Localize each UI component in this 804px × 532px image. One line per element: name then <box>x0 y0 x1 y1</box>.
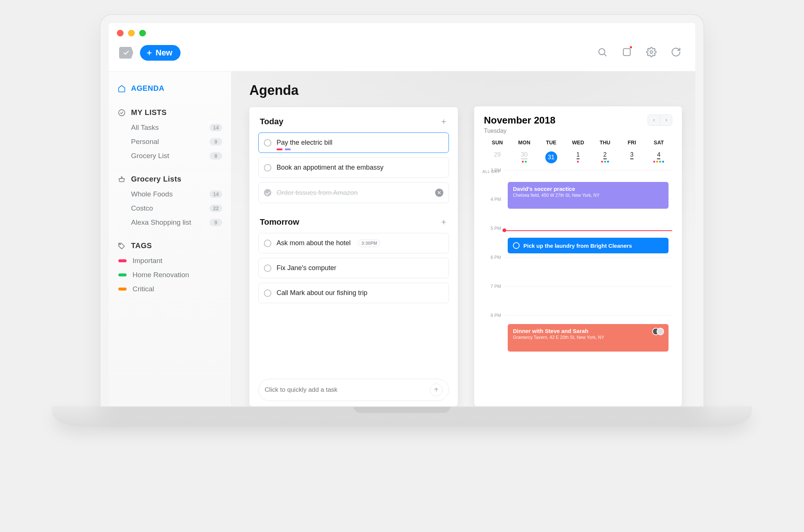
task-checkbox[interactable] <box>264 265 271 272</box>
event-task-ring-icon <box>513 242 520 249</box>
task-checkbox[interactable] <box>264 240 271 247</box>
calendar-day-3[interactable]: 1 <box>565 149 591 169</box>
sidebar-tag-item-2[interactable]: Critical <box>109 282 231 296</box>
group-today-header: Today <box>258 107 449 132</box>
refresh-icon <box>671 47 681 57</box>
sync-button[interactable] <box>667 43 685 62</box>
sidebar-section-grocery[interactable]: Grocery Lists <box>109 171 231 187</box>
quick-add-input[interactable] <box>265 386 426 394</box>
calendar-day-0[interactable]: 29 <box>484 149 511 169</box>
task-today-1[interactable]: Book an appotiment at the embassy <box>258 157 449 178</box>
calendar-month-label: November 2018 <box>484 115 555 126</box>
check-circle-icon <box>118 109 126 117</box>
calendar-prev-button[interactable] <box>648 115 660 125</box>
calendar-next-button[interactable] <box>660 115 672 125</box>
calendar-event-0[interactable]: David's soccer practiceChelsea field, 45… <box>508 182 669 209</box>
calendar-dow: TUE <box>538 140 565 149</box>
calendar-event-2[interactable]: Dinner with Steve and SarahGramercy Tave… <box>508 324 669 352</box>
task-text: Call Mark about our fishing trip <box>277 289 367 297</box>
window-titlebar <box>109 23 695 39</box>
sidebar-section-mylists[interactable]: MY LISTS <box>109 105 231 121</box>
sidebar-mylist-item-2[interactable]: Grocery List8 <box>109 149 231 163</box>
task-today-2[interactable]: Order tissues from Amazon✕ <box>258 182 449 203</box>
calendar-days-row: 2930311234 <box>484 149 672 169</box>
list-item-count: 8 <box>210 152 222 160</box>
laptop-base <box>52 406 752 427</box>
tag-swatch-icon <box>118 273 127 276</box>
task-remove-button[interactable]: ✕ <box>435 189 443 197</box>
svg-point-2 <box>650 51 653 54</box>
task-checkbox[interactable] <box>264 289 271 297</box>
avatar-icon <box>657 328 664 335</box>
add-task-today-button[interactable] <box>440 118 447 125</box>
close-window-icon[interactable] <box>117 30 124 36</box>
calendar-day-2[interactable]: 31 <box>538 149 565 169</box>
agenda-column: Agenda Today Pay the electric billBook a… <box>249 83 458 406</box>
sidebar-grocery-label: Grocery Lists <box>131 175 181 183</box>
sidebar-tag-item-0[interactable]: Important <box>109 254 231 268</box>
sidebar-agenda-label: AGENDA <box>131 84 165 93</box>
task-text: Pay the electric bill <box>277 139 332 147</box>
sidebar-mylists-label: MY LISTS <box>131 108 167 117</box>
calendar-day-6[interactable]: 4 <box>645 149 672 169</box>
sidebar-tags-label: TAGS <box>131 241 152 250</box>
task-text: Book an appotiment at the embassy <box>277 164 383 172</box>
chevron-left-icon <box>652 118 656 122</box>
calendar-day-4[interactable]: 2 <box>591 149 618 169</box>
search-button[interactable] <box>593 43 611 62</box>
inbox-button[interactable] <box>618 43 636 62</box>
task-checkbox[interactable] <box>264 139 271 147</box>
tag-icon <box>118 242 126 250</box>
task-tomorrow-0[interactable]: Ask mom about the hotel3:30PM <box>258 233 449 253</box>
sidebar-grocery-item-0[interactable]: Whole Foods14 <box>109 187 231 201</box>
plus-icon <box>146 49 153 56</box>
sidebar-item-agenda[interactable]: AGENDA <box>109 80 231 96</box>
new-button[interactable]: New <box>140 45 181 61</box>
calendar-day-1[interactable]: 30 <box>511 149 537 169</box>
svg-point-4 <box>119 244 121 245</box>
task-tomorrow-1[interactable]: Fix Jane's computer <box>258 258 449 278</box>
task-checkbox[interactable] <box>264 164 271 172</box>
quick-add-submit-button[interactable] <box>430 384 443 396</box>
add-task-tomorrow-button[interactable] <box>440 218 447 226</box>
sidebar-section-tags[interactable]: TAGS <box>109 238 231 254</box>
list-item-label: Whole Foods <box>131 190 173 198</box>
hour-label: 6 PM <box>484 255 505 260</box>
group-tomorrow-label: Tomorrow <box>260 217 299 227</box>
page-title: Agenda <box>249 83 458 98</box>
sidebar-grocery-item-1[interactable]: Costco22 <box>109 201 231 215</box>
current-time-line <box>505 230 672 231</box>
app-body: AGENDA MY LISTS All Tasks14Personal9Groc… <box>109 71 695 406</box>
task-tag-strip <box>277 148 291 150</box>
new-button-label: New <box>156 48 172 58</box>
sidebar-grocery-item-2[interactable]: Alexa Shopping list9 <box>109 215 231 230</box>
task-tomorrow-2[interactable]: Call Mark about our fishing trip <box>258 283 449 303</box>
event-title: David's soccer practice <box>513 186 663 192</box>
task-checkbox[interactable] <box>264 189 271 196</box>
group-tomorrow-header: Tomorrow <box>258 208 449 233</box>
minimize-window-icon[interactable] <box>128 30 135 36</box>
settings-button[interactable] <box>642 43 660 62</box>
task-text: Fix Jane's computer <box>277 264 336 272</box>
sidebar-mylist-item-1[interactable]: Personal9 <box>109 135 231 149</box>
list-item-label: All Tasks <box>131 124 159 132</box>
list-item-label: Costco <box>131 204 153 212</box>
calendar-dow: SAT <box>645 140 672 149</box>
sidebar-mylist-item-0[interactable]: All Tasks14 <box>109 121 231 135</box>
calendar-day-5[interactable]: 3 <box>618 149 645 169</box>
calendar-subtitle: Tuesday <box>484 128 555 134</box>
tag-label: Critical <box>133 285 154 293</box>
sidebar-tag-item-1[interactable]: Home Renovation <box>109 268 231 282</box>
hour-label: 4 PM <box>484 197 505 202</box>
calendar-column: November 2018 Tuesday SUNMONTUEWEDTHUFRI… <box>474 83 682 406</box>
laptop-notch <box>354 406 450 413</box>
hour-label: 3 PM <box>484 168 505 173</box>
basket-icon <box>118 175 126 183</box>
calendar-event-1[interactable]: Pick up the laundry from Bright Cleaners <box>508 238 669 253</box>
back-button[interactable] <box>119 47 133 59</box>
fullscreen-window-icon[interactable] <box>139 30 146 36</box>
hour-label: 8 PM <box>484 313 505 318</box>
quick-add-task[interactable] <box>258 379 449 401</box>
task-today-0[interactable]: Pay the electric bill <box>258 132 449 153</box>
calendar-nav <box>648 115 672 126</box>
